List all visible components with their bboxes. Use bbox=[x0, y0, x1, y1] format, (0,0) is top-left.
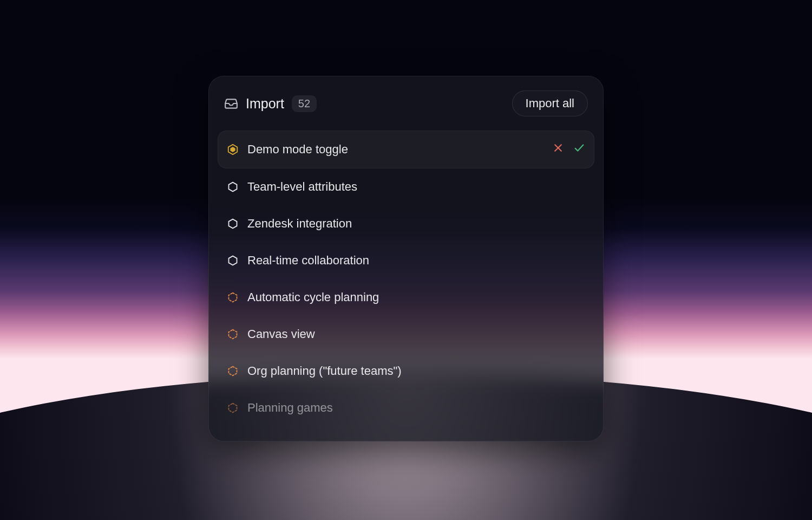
import-item-org-planning[interactable]: Org planning ("future teams") bbox=[218, 353, 594, 389]
import-item-label: Real-time collaboration bbox=[247, 253, 585, 268]
import-item-label: Zendesk integration bbox=[247, 217, 585, 231]
hexagon-dashed-icon bbox=[227, 328, 239, 340]
panel-header: Import 52 Import all bbox=[209, 76, 603, 126]
import-item-team-level-attributes[interactable]: Team-level attributes bbox=[218, 168, 594, 205]
import-item-demo-mode-toggle[interactable]: Demo mode toggle bbox=[218, 131, 594, 168]
svg-marker-6 bbox=[229, 256, 237, 265]
panel-title: Import bbox=[246, 96, 284, 112]
import-item-planning-games[interactable]: Planning games bbox=[218, 389, 594, 426]
svg-marker-4 bbox=[229, 183, 237, 192]
accept-icon[interactable] bbox=[573, 142, 585, 157]
import-item-label: Team-level attributes bbox=[247, 180, 585, 194]
import-item-label: Org planning ("future teams") bbox=[247, 364, 585, 378]
hexagon-dashed-icon bbox=[227, 402, 239, 414]
import-item-zendesk-integration[interactable]: Zendesk integration bbox=[218, 205, 594, 242]
hexagon-outline-icon bbox=[227, 255, 239, 266]
import-item-automatic-cycle-planning[interactable]: Automatic cycle planning bbox=[218, 279, 594, 316]
import-count-badge: 52 bbox=[292, 95, 317, 112]
svg-marker-9 bbox=[229, 367, 237, 376]
import-item-label: Automatic cycle planning bbox=[247, 290, 585, 304]
import-all-button[interactable]: Import all bbox=[512, 90, 588, 116]
svg-marker-8 bbox=[229, 330, 237, 339]
import-panel: Import 52 Import all Demo mode toggle bbox=[208, 76, 604, 441]
hexagon-outline-icon bbox=[227, 181, 239, 193]
hexagon-dashed-icon bbox=[227, 365, 239, 377]
hexagon-outline-icon bbox=[227, 218, 239, 230]
inbox-icon bbox=[224, 96, 238, 110]
import-item-label: Planning games bbox=[247, 401, 585, 415]
row-actions bbox=[553, 142, 585, 157]
import-item-label: Canvas view bbox=[247, 327, 585, 341]
svg-marker-1 bbox=[230, 147, 235, 152]
import-item-real-time-collaboration[interactable]: Real-time collaboration bbox=[218, 242, 594, 279]
svg-marker-5 bbox=[229, 219, 237, 229]
import-items-list: Demo mode toggle Team-level attributes Z… bbox=[209, 126, 603, 426]
svg-marker-7 bbox=[229, 293, 237, 302]
import-item-label: Demo mode toggle bbox=[247, 142, 544, 157]
svg-marker-10 bbox=[229, 404, 237, 413]
reject-icon[interactable] bbox=[553, 142, 564, 157]
import-item-canvas-view[interactable]: Canvas view bbox=[218, 316, 594, 353]
hexagon-filled-icon bbox=[227, 144, 239, 155]
hexagon-dashed-icon bbox=[227, 291, 239, 303]
